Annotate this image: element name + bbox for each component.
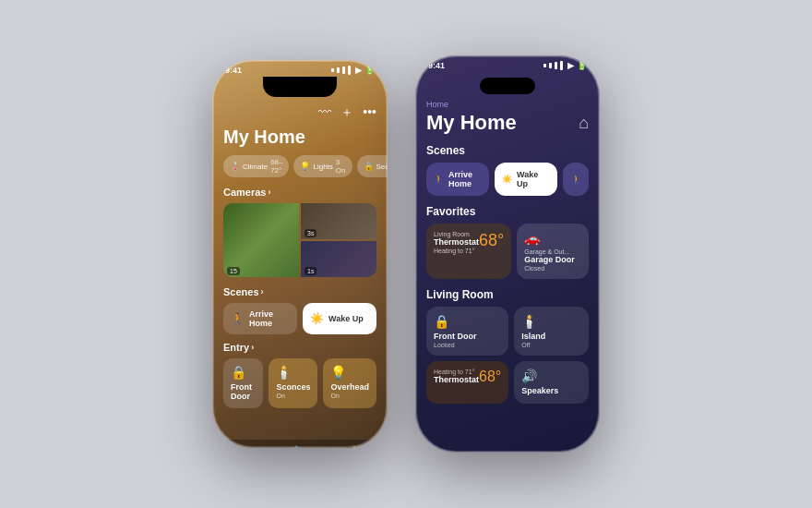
overhead-sub: On xyxy=(330,393,369,399)
camera-main[interactable]: 15 xyxy=(223,203,299,277)
signal-icons-2: ▶ 🔋 xyxy=(543,61,587,70)
status-bar-1: 9:41 ▶ 🔋 xyxy=(212,60,388,77)
entry-row: 🔒 Front Door 🕯️ Sconces On 💡 Overhead On xyxy=(223,358,376,408)
living-section: Living Room 🔒 Front Door Locked 🕯️ Islan… xyxy=(426,288,589,404)
cam-label-pool: 3s xyxy=(304,229,316,237)
cameras-label: Cameras xyxy=(223,187,266,198)
phone2-content: Home My Home ⌂ Scenes 🚶 ArriveHome ☀️ Wa… xyxy=(415,94,600,415)
favorites-label: Favorites xyxy=(426,205,475,218)
entry-overhead[interactable]: 💡 Overhead On xyxy=(323,358,376,408)
p2-wakeup-label: Wake Up xyxy=(517,170,550,188)
dynamic-island xyxy=(480,78,535,94)
overhead-icon: 💡 xyxy=(330,365,369,380)
security-icon: 🔒 xyxy=(364,162,374,171)
living-door-icon: 🔒 xyxy=(434,314,501,329)
time-1: 9:41 xyxy=(225,66,242,75)
scenes-chevron-1: › xyxy=(261,287,264,296)
entry-sconces[interactable]: 🕯️ Sconces On xyxy=(269,358,317,408)
scene-row-1: 🚶 Arrive Home ☀️ Wake Up xyxy=(223,303,376,334)
fav-room-2: Garage & Out... xyxy=(524,248,581,255)
entry-front-door[interactable]: 🔒 Front Door xyxy=(223,358,263,408)
p2-scene-extra[interactable]: 🚶 xyxy=(563,163,589,196)
fav-room-1: Living Room xyxy=(434,231,479,237)
living-door-label: Front Door xyxy=(434,332,501,341)
signal-icons-1: ▶ 🔋 xyxy=(331,66,375,75)
phone1-content: 〰 ＋ ••• My Home 🌡️ Climate 68–72° 💡 Ligh… xyxy=(212,97,388,439)
p2-wake-up[interactable]: ☀️ Wake Up xyxy=(495,163,557,196)
camera-grid: 15 3s 1s xyxy=(223,203,376,277)
nav-discover[interactable]: ⭐ Discover xyxy=(341,445,366,448)
p2-scene-row: 🚶 ArriveHome ☀️ Wake Up 🚶 xyxy=(426,163,589,196)
p2-wakeup-icon: ☀️ xyxy=(502,175,512,184)
entry-chevron: › xyxy=(251,343,254,352)
phone-1: 9:41 ▶ 🔋 〰 ＋ ••• My Home 🌡️ Climate 68–7… xyxy=(212,60,388,448)
favorites-section: Favorites xyxy=(426,205,589,218)
badge-security-label: Security xyxy=(376,163,388,171)
cam-label-indoor: 1s xyxy=(304,267,316,275)
entry-label: Entry xyxy=(223,342,249,353)
fav-thermostat[interactable]: Living Room Thermostat Heating to 71° 68… xyxy=(426,224,511,279)
badge-climate[interactable]: 🌡️ Climate 68–72° xyxy=(223,155,289,177)
fav-garage[interactable]: 🚗 Garage & Out... Garage Door Closed xyxy=(517,224,589,279)
fav-sub-2: Closed xyxy=(524,265,581,272)
notch-1 xyxy=(263,77,337,97)
p2-arrive-icon: 🚶 xyxy=(434,175,444,184)
home-icon-2[interactable]: ⌂ xyxy=(579,114,589,133)
badges-row-1: 🌡️ Climate 68–72° 💡 Lights 3 On 🔒 Securi… xyxy=(223,155,376,177)
p2-arrive-label: ArriveHome xyxy=(448,170,472,188)
phone-2: 9:41 ▶ 🔋 Home My Home ⌂ Scenes 🚶 ArriveH… xyxy=(415,55,600,453)
add-icon[interactable]: ＋ xyxy=(340,104,353,121)
overhead-label: Overhead xyxy=(330,382,369,392)
nav-home-icon: 🏠 xyxy=(234,445,249,448)
p2-arrive-home[interactable]: 🚶 ArriveHome xyxy=(426,163,489,196)
badge-lights[interactable]: 💡 Lights 3 On xyxy=(293,155,352,177)
fav-sub-1: Heating to 71° xyxy=(434,248,479,254)
living-thermostat[interactable]: Heating to 71° Thermostat 68° xyxy=(426,361,508,404)
wakeup-icon: ☀️ xyxy=(310,312,324,325)
nav-auto-icon: ⚙️ xyxy=(289,445,304,448)
living-door-sub: Locked xyxy=(434,342,501,348)
scenes-section-2: Scenes xyxy=(426,144,589,157)
bottom-nav-1: 🏠 Home ⚙️ Automations ⭐ Discover xyxy=(212,439,388,448)
waveform-icon[interactable]: 〰 xyxy=(318,104,331,121)
lights-icon: 💡 xyxy=(300,162,310,171)
arrive-icon: 🚶 xyxy=(231,312,245,325)
page-title-1: My Home xyxy=(223,127,376,148)
time-2: 9:41 xyxy=(428,61,445,70)
scenes-label-2: Scenes xyxy=(426,144,465,157)
entry-header[interactable]: Entry › xyxy=(223,342,376,353)
cameras-chevron: › xyxy=(268,187,270,197)
status-bar-2: 9:41 ▶ 🔋 xyxy=(415,55,600,72)
scenes-label-1: Scenes xyxy=(223,286,259,297)
badge-lights-sub: 3 On xyxy=(336,158,346,175)
camera-bottom-right[interactable]: 1s xyxy=(301,241,376,277)
badge-lights-label: Lights xyxy=(313,163,332,171)
sconces-label: Sconces xyxy=(276,382,310,392)
camera-top-right[interactable]: 3s xyxy=(301,203,376,239)
garage-icon: 🚗 xyxy=(524,231,581,246)
wakeup-label: Wake Up xyxy=(328,314,364,323)
cameras-header[interactable]: Cameras › xyxy=(223,187,376,198)
badge-climate-label: Climate xyxy=(243,163,268,171)
speakers-icon: 🔊 xyxy=(521,369,581,383)
badge-security[interactable]: 🔒 Security 1 Unlocked xyxy=(357,155,388,177)
fav-name-1: Thermostat xyxy=(434,237,479,247)
scenes-header-1[interactable]: Scenes › xyxy=(223,286,376,297)
living-speakers[interactable]: 🔊 Speakers xyxy=(514,361,589,404)
scene-wake-up[interactable]: ☀️ Wake Up xyxy=(303,303,376,334)
climate-icon: 🌡️ xyxy=(230,162,240,171)
toolbar-1: 〰 ＋ ••• xyxy=(223,104,376,121)
breadcrumb-2: Home xyxy=(426,100,589,109)
living-thermo-label: Thermostat xyxy=(434,375,479,384)
scene-arrive-home[interactable]: 🚶 Arrive Home xyxy=(223,303,297,334)
more-icon[interactable]: ••• xyxy=(363,104,376,121)
living-front-door[interactable]: 🔒 Front Door Locked xyxy=(426,307,508,356)
living-label: Living Room xyxy=(426,288,589,301)
cam-label-main: 15 xyxy=(227,267,240,275)
p2-favorites-row: Living Room Thermostat Heating to 71° 68… xyxy=(426,224,589,279)
nav-home[interactable]: 🏠 Home xyxy=(233,445,251,448)
nav-discover-icon: ⭐ xyxy=(347,445,362,448)
p2-scene-extra-icon: 🚶 xyxy=(571,175,581,184)
living-island[interactable]: 🕯️ Island Off xyxy=(514,307,589,356)
nav-automations[interactable]: ⚙️ Automations xyxy=(278,445,314,448)
